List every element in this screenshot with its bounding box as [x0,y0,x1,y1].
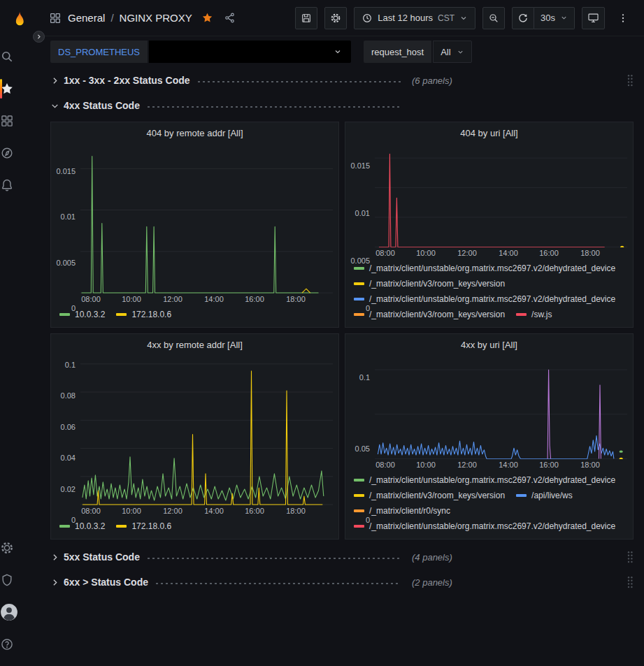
sidebar-item-profile[interactable] [0,596,18,628]
dashboard-row-4xx[interactable]: 4xx Status Code [50,95,634,116]
legend-item[interactable]: /_matrix/client/unstable/org.matrix.msc2… [354,519,615,534]
chevron-right-icon [50,76,59,85]
chevron-right-icon [50,553,59,562]
refresh-group: 30s [512,7,575,29]
chart-4xx-by-remote-addr: 00.020.040.060.080.1 08:0010:0012:0014:0… [51,355,338,517]
legend: 10.0.3.2172.18.0.6 [51,517,338,539]
drag-handle-icon[interactable] [627,576,634,588]
legend-item[interactable]: /api/live/ws [516,488,573,503]
time-zone-label: CST [438,13,455,23]
variable-request-host-label: request_host [364,41,431,63]
dotted-leader [196,80,401,83]
legend-item[interactable]: 10.0.3.2 [59,519,105,534]
sidebar-item-help[interactable] [0,628,14,660]
drag-handle-icon[interactable] [627,74,634,87]
chevron-down-icon [50,101,59,110]
bell-icon [0,178,14,192]
legend-item[interactable]: 172.18.0.6 [116,307,171,322]
favorite-star-icon[interactable] [201,12,213,24]
chevron-down-icon [457,48,464,56]
legend-item[interactable]: /sw.js [516,307,552,322]
share-icon[interactable] [224,12,236,24]
panel-title[interactable]: 4xx by remote addr [All] [51,334,338,355]
row-panel-count: (6 panels) [412,75,452,86]
dashboard-row-5xx[interactable]: 5xx Status Code (4 panels) [50,546,634,567]
legend: /_matrix/client/unstable/org.matrix.msc2… [345,259,633,327]
compass-icon [0,146,14,160]
chart-404-by-remote-addr: 00.0050.010.015 08:0010:0012:0014:0016:0… [51,143,338,305]
plot-area[interactable] [80,146,333,294]
sidebar-nav [0,41,39,201]
sidebar-item-explore[interactable] [0,137,14,169]
sidebar-item-dashboards[interactable] [0,105,14,137]
panel-grid: 404 by remote addr [All] 00.0050.010.015… [50,122,634,540]
legend-item[interactable]: /_matrix/client/v3/room_keys/version [354,488,505,503]
sidebar-item-search[interactable] [0,41,14,73]
drag-handle-icon[interactable] [627,551,634,563]
save-dashboard-button[interactable] [295,7,317,29]
panel-4xx-by-remote-addr: 4xx by remote addr [All] 00.020.040.060.… [50,333,339,540]
chart-4xx-by-uri: 00.050.1 08:0010:0012:0014:0016:0018:00 [345,355,633,471]
panel-title[interactable]: 4xx by uri [All] [345,334,633,355]
legend-item[interactable]: 10.0.3.2 [59,307,105,322]
time-range-picker[interactable]: Last 12 hours CST [354,7,475,29]
dotted-leader [155,582,401,585]
variable-datasource: DS_PROMETHEUS [50,41,351,63]
dashboard-row-6xx[interactable]: 6xx > Status Code (2 panels) [50,572,634,593]
y-axis: 00.020.040.060.080.1 [51,358,80,505]
tv-mode-button[interactable] [582,7,605,29]
refresh-button[interactable] [512,7,534,29]
refresh-icon [517,13,529,24]
main-area: General / NGINX PROXY Last 12 hours CST [39,0,644,666]
x-axis: 08:0010:0012:0014:0016:0018:00 [375,459,627,471]
topbar-actions: Last 12 hours CST 30s [295,7,634,29]
sidebar [0,0,39,666]
refresh-interval-picker[interactable]: 30s [534,7,575,29]
chevron-down-icon [459,14,468,22]
panel-404-by-uri: 404 by uri [All] 00.0050.010.015 08:0010… [345,122,634,328]
sidebar-item-configuration[interactable] [0,532,14,564]
sidebar-item-starred[interactable] [0,73,14,105]
legend-item[interactable]: /_matrix/client/unstable/org.matrix.msc2… [354,472,615,488]
plot-area[interactable] [80,358,333,505]
shield-icon [0,573,14,587]
legend-item[interactable]: /_matrix/client/v3/room_keys/version [354,276,505,291]
legend-item[interactable]: 172.18.0.6 [116,519,171,534]
sidebar-item-alerting[interactable] [0,169,14,201]
kebab-menu-button[interactable] [612,7,634,29]
x-axis: 08:0010:0012:0014:0016:0018:00 [80,294,333,305]
zoom-out-button[interactable] [482,7,505,29]
gear-icon [0,541,14,555]
monitor-icon [587,12,599,24]
search-icon [0,50,14,64]
datasource-select[interactable] [149,41,351,63]
plot-area[interactable] [375,358,627,459]
chart-404-by-uri: 00.0050.010.015 08:0010:0012:0014:0016:0… [345,143,633,259]
kebab-menu-icon [617,12,629,24]
breadcrumb-dashboard-title[interactable]: NGINX PROXY [120,12,192,24]
dashboard-settings-button[interactable] [324,7,347,29]
variables-bar: DS_PROMETHEUS request_host All [39,36,644,67]
y-axis: 00.0050.010.015 [51,146,80,294]
x-axis: 08:0010:0012:0014:0016:0018:00 [80,505,333,517]
row-title: 6xx > Status Code [64,577,148,588]
panel-title[interactable]: 404 by uri [All] [345,122,633,143]
dashboard-canvas: 1xx - 3xx - 2xx Status Code (6 panels) 4… [39,67,644,666]
request-host-select[interactable]: All [433,41,471,63]
clock-icon [362,13,373,24]
panel-title[interactable]: 404 by remote addr [All] [51,122,338,143]
sidebar-item-server-admin[interactable] [0,564,14,596]
sidebar-expand-button[interactable] [33,31,45,43]
zoom-out-icon [488,13,499,24]
plot-area[interactable] [375,146,627,247]
dashboards-grid-icon [0,114,14,128]
dashboard-row-1xx-3xx-2xx[interactable]: 1xx - 3xx - 2xx Status Code (6 panels) [50,70,634,91]
refresh-interval-label: 30s [541,13,555,23]
user-avatar [0,603,18,621]
x-axis: 08:0010:0012:0014:0016:0018:00 [375,247,627,259]
legend-item[interactable]: /_matrix/client/unstable/org.matrix.msc2… [354,261,615,276]
variable-request-host: request_host All [364,41,472,63]
legend-item[interactable]: /_matrix/client/v3/room_keys/version [354,307,505,322]
legend-item[interactable]: /_matrix/client/unstable/org.matrix.msc2… [354,291,615,307]
breadcrumb-folder[interactable]: General [68,12,105,24]
